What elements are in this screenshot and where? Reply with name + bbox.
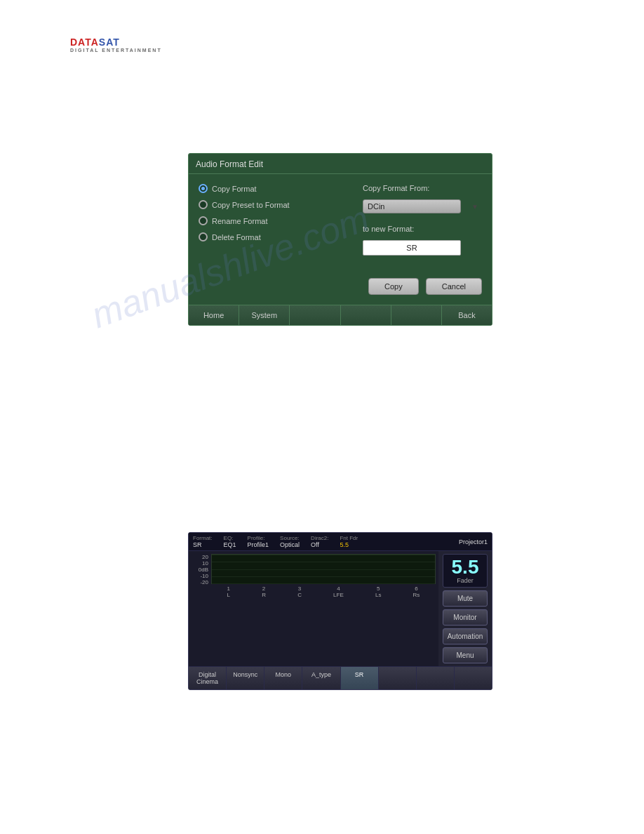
menu-button[interactable]: Menu: [443, 647, 488, 663]
grid-line-1: [212, 562, 435, 562]
side-controls: 5.5 Fader Mute Monitor Automation Menu: [438, 551, 492, 666]
status-bar: Format: SR EQ: EQ1 Profile: Profile1 Sou…: [189, 533, 492, 551]
y-0db: 0dB: [192, 567, 208, 573]
x-axis: 1 L 2 R 3 C 4 LFE: [211, 584, 436, 600]
status-profile-key: Profile:: [248, 535, 269, 541]
radio-copy-format-btn[interactable]: [199, 184, 208, 193]
x-num-3: 3: [297, 585, 302, 592]
eq-graph: [211, 554, 436, 584]
dialog-nav-bar: Home System Back: [189, 305, 492, 325]
status-source-key: Source:: [280, 535, 300, 541]
nav-back[interactable]: Back: [442, 305, 492, 325]
status-source-val: Optical: [280, 541, 300, 548]
status-profile-val: Profile1: [248, 541, 269, 548]
grid-line-top: [212, 555, 435, 555]
nav-empty-2: [341, 305, 391, 325]
nav-atype[interactable]: A_type: [302, 667, 340, 689]
x-num-6: 6: [413, 585, 420, 592]
radio-rename-format[interactable]: Rename Format: [199, 216, 349, 225]
x-num-2: 2: [262, 585, 266, 592]
monitor-button[interactable]: Monitor: [443, 609, 488, 626]
dropdown-arrow-icon: ▼: [471, 203, 478, 211]
x-label-1: 1 L: [227, 585, 230, 598]
radio-delete-format[interactable]: Delete Format: [199, 232, 349, 241]
copy-button[interactable]: Copy: [368, 278, 419, 295]
projector-label: Projector1: [459, 538, 488, 545]
fader-value: 5.5: [443, 557, 487, 577]
copy-format-from-label: Copy Format From:: [363, 184, 482, 192]
x-label-5: 5 Ls: [375, 585, 381, 598]
x-label-2: 2 R: [262, 585, 266, 598]
x-chan-6: Rs: [413, 592, 420, 598]
x-chan-3: C: [297, 592, 302, 598]
graph-container: 20 10 0dB -10 -20: [189, 551, 438, 666]
y-neg20: -20: [192, 579, 208, 585]
to-new-format-label: to new Format:: [363, 225, 482, 233]
status-eq-val: EQ1: [224, 541, 236, 548]
nav-home[interactable]: Home: [189, 305, 239, 325]
status-eq: EQ: EQ1: [224, 535, 236, 548]
bottom-nav-bar: Digital Cinema Nonsync Mono A_type SR: [189, 666, 492, 689]
bottom-audio-panel: Format: SR EQ: EQ1 Profile: Profile1 Sou…: [188, 532, 492, 690]
x-chan-5: Ls: [375, 592, 381, 598]
x-chan-1: L: [227, 592, 230, 598]
y-20: 20: [192, 554, 208, 560]
dialog-right-section: Copy Format From: DCin SR Mono Nonsync ▼…: [363, 184, 482, 256]
copy-from-dropdown[interactable]: DCin SR Mono Nonsync: [363, 199, 461, 213]
fader-label: Fader: [443, 577, 487, 584]
nav-digital-cinema[interactable]: Digital Cinema: [189, 667, 227, 689]
radio-copy-format[interactable]: Copy Format: [199, 184, 349, 193]
nav-empty-1: [290, 305, 340, 325]
x-num-4: 4: [333, 585, 344, 592]
grid-line-3: [212, 576, 435, 577]
logo-data: DATA: [70, 37, 99, 48]
x-num-1: 1: [227, 585, 230, 592]
radio-rename-format-btn[interactable]: [199, 216, 208, 225]
x-label-3: 3 C: [297, 585, 302, 598]
status-source: Source: Optical: [280, 535, 300, 548]
main-area: 20 10 0dB -10 -20: [189, 551, 492, 666]
graph-wrapper: 20 10 0dB -10 -20: [192, 554, 436, 600]
y-neg10: -10: [192, 573, 208, 579]
x-chan-4: LFE: [333, 592, 344, 598]
status-eq-key: EQ:: [224, 535, 236, 541]
status-fader: Fnt Fdr 5.5: [340, 535, 358, 548]
nav-mono[interactable]: Mono: [264, 667, 302, 689]
grid-line-bottom: [212, 583, 435, 584]
status-dirac2-key: Dirac2:: [311, 535, 328, 541]
radio-rename-format-label: Rename Format: [212, 217, 267, 225]
x-label-6: 6 Rs: [413, 585, 420, 598]
radio-delete-format-btn[interactable]: [199, 232, 208, 241]
audio-format-edit-dialog: Audio Format Edit Copy Format Copy Prese…: [188, 153, 492, 326]
cancel-button[interactable]: Cancel: [426, 278, 482, 295]
x-chan-2: R: [262, 592, 266, 598]
status-fader-key: Fnt Fdr: [340, 535, 358, 541]
radio-delete-format-label: Delete Format: [212, 233, 261, 241]
dialog-title-bar: Audio Format Edit: [189, 154, 492, 174]
status-dirac2: Dirac2: Off: [311, 535, 328, 548]
y-axis: 20 10 0dB -10 -20: [192, 554, 211, 600]
nav-nonsync[interactable]: Nonsync: [227, 667, 264, 689]
radio-copy-format-label: Copy Format: [212, 185, 257, 193]
mute-button[interactable]: Mute: [443, 590, 488, 607]
nav-empty-b1: [379, 667, 417, 689]
status-profile: Profile: Profile1: [248, 535, 269, 548]
status-dirac2-val: Off: [311, 541, 328, 548]
status-format: Format: SR: [193, 535, 213, 548]
logo-sat: SAT: [99, 37, 120, 48]
nav-system[interactable]: System: [239, 305, 290, 325]
copy-from-dropdown-wrapper: DCin SR Mono Nonsync ▼: [363, 199, 482, 213]
automation-button[interactable]: Automation: [443, 628, 488, 644]
x-num-5: 5: [375, 585, 381, 592]
x-label-4: 4 LFE: [333, 585, 344, 598]
y-10: 10: [192, 560, 208, 567]
dialog-options: Copy Format Copy Preset to Format Rename…: [199, 184, 349, 256]
nav-empty-b3: [455, 667, 492, 689]
nav-sr[interactable]: SR: [341, 667, 379, 689]
nav-empty-b2: [417, 667, 455, 689]
new-format-input[interactable]: [363, 240, 461, 256]
radio-copy-preset-btn[interactable]: [199, 200, 208, 209]
logo: DATASAT DIGITAL ENTERTAINMENT: [70, 37, 162, 53]
radio-copy-preset[interactable]: Copy Preset to Format: [199, 200, 349, 209]
fader-display: 5.5 Fader: [443, 554, 488, 588]
